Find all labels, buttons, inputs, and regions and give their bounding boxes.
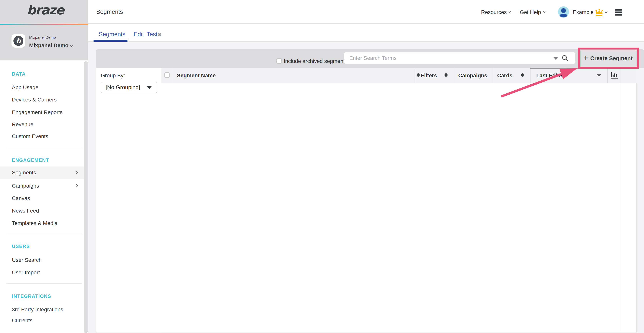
search-dropdown-caret-icon[interactable] bbox=[553, 57, 558, 60]
sidebar-item-user-import[interactable]: User Import bbox=[0, 266, 84, 279]
page-title: Segments bbox=[96, 9, 123, 15]
chevron-down-icon bbox=[605, 10, 608, 14]
sidebar-item-templates-media[interactable]: Templates & Media bbox=[0, 217, 84, 229]
column-segment-name[interactable]: Segment Name bbox=[172, 68, 415, 83]
workspace-switcher[interactable]: b Mixpanel Demo Mixpanel Demo bbox=[0, 25, 88, 61]
account-name[interactable]: Example bbox=[573, 9, 594, 15]
sidebar-item-devices-carriers[interactable]: Devices & Carriers bbox=[0, 94, 84, 106]
column-label: Filters bbox=[421, 73, 437, 79]
workspace-name: Mixpanel Demo bbox=[29, 42, 68, 49]
dropdown-caret-icon[interactable] bbox=[597, 74, 601, 77]
hamburger-menu-icon[interactable] bbox=[615, 9, 622, 17]
avatar[interactable] bbox=[558, 6, 569, 18]
get-help-menu[interactable]: Get Help bbox=[520, 9, 541, 15]
sidebar-item-app-usage[interactable]: App Usage bbox=[0, 81, 84, 94]
chevron-right-icon bbox=[75, 184, 78, 187]
crown-icon bbox=[595, 9, 603, 16]
bar-chart-icon[interactable] bbox=[611, 72, 618, 79]
sort-icon[interactable] bbox=[444, 73, 448, 77]
sidebar-item-revenue[interactable]: Revenue bbox=[0, 118, 84, 131]
search-icon[interactable] bbox=[562, 55, 568, 61]
column-divider bbox=[620, 83, 621, 332]
sidebar-item-canvas[interactable]: Canvas bbox=[0, 192, 84, 204]
sidebar-item-segments[interactable]: Segments bbox=[0, 167, 84, 179]
braze-logo[interactable]: braze bbox=[27, 3, 64, 18]
select-all-checkbox[interactable] bbox=[164, 72, 170, 78]
active-tab-underline bbox=[94, 40, 128, 42]
sidebar-divider bbox=[6, 148, 82, 148]
search-input[interactable] bbox=[344, 52, 548, 64]
header-empty-cell bbox=[620, 68, 636, 83]
group-by-label: Group By: bbox=[101, 73, 125, 79]
tab-edit-test[interactable]: Edit 'Test' bbox=[134, 31, 159, 38]
tab-bar: Segments Edit 'Test' ✖ bbox=[88, 24, 644, 42]
include-archived-label: Include archived segments bbox=[284, 58, 348, 64]
sidebar-item-3rd-party-integrations[interactable]: 3rd Party Integrations bbox=[0, 303, 84, 316]
logo-area: braze bbox=[0, 0, 88, 24]
sidebar-section-engagement: ENGAGEMENT bbox=[0, 157, 84, 163]
workspace-icon: b bbox=[12, 34, 25, 48]
resources-menu[interactable]: Resources bbox=[481, 9, 507, 15]
tab-segments[interactable]: Segments bbox=[99, 31, 126, 38]
group-by-value: [No Grouping] bbox=[106, 84, 140, 90]
sidebar-item-label: Segments bbox=[12, 170, 36, 176]
sidebar-divider bbox=[6, 234, 82, 234]
segments-table-body bbox=[162, 83, 636, 332]
sidebar-item-user-search[interactable]: User Search bbox=[0, 254, 84, 266]
column-label: Segment Name bbox=[177, 73, 216, 79]
sidebar-section-data: DATA bbox=[0, 71, 84, 77]
annotation-highlight-box bbox=[578, 48, 639, 69]
search-box bbox=[344, 52, 576, 64]
column-label: Campaigns bbox=[458, 73, 487, 79]
column-campaigns[interactable]: Campaigns bbox=[454, 68, 492, 83]
sidebar: braze b Mixpanel Demo Mixpanel Demo DATA… bbox=[0, 0, 88, 333]
annotation-arrow bbox=[491, 63, 583, 102]
header-checkbox-cell bbox=[162, 68, 172, 83]
chevron-right-icon bbox=[75, 171, 78, 174]
sidebar-section-integrations: INTEGRATIONS bbox=[0, 293, 84, 299]
group-by-dropdown[interactable]: [No Grouping] bbox=[100, 82, 157, 93]
sidebar-item-currents[interactable]: Currents bbox=[0, 314, 84, 327]
dropdown-caret-icon bbox=[147, 86, 152, 89]
chevron-down-icon bbox=[508, 10, 511, 13]
workspace-app-label: Mixpanel Demo bbox=[29, 35, 56, 40]
close-icon[interactable]: ✖ bbox=[157, 32, 162, 38]
group-by-panel: Group By: [No Grouping] bbox=[96, 68, 162, 332]
avatar-person-icon bbox=[560, 14, 568, 18]
sidebar-item-campaigns[interactable]: Campaigns bbox=[0, 180, 84, 192]
chevron-down-icon bbox=[543, 10, 546, 13]
sidebar-item-custom-events[interactable]: Custom Events bbox=[0, 130, 84, 143]
avatar-person-icon bbox=[561, 8, 566, 13]
braze-dashboard: braze b Mixpanel Demo Mixpanel Demo DATA… bbox=[0, 0, 644, 333]
sidebar-item-engagement-reports[interactable]: Engagement Reports bbox=[0, 106, 84, 119]
sidebar-item-label: Campaigns bbox=[12, 183, 39, 189]
sidebar-divider bbox=[6, 283, 82, 284]
sidebar-item-news-feed[interactable]: News Feed bbox=[0, 205, 84, 217]
chevron-down-icon bbox=[70, 43, 74, 47]
braze-b-icon: b bbox=[14, 36, 24, 46]
sidebar-scrollbar-thumb[interactable] bbox=[84, 61, 88, 333]
include-archived-checkbox[interactable] bbox=[276, 58, 282, 64]
sidebar-section-users: USERS bbox=[0, 243, 84, 249]
column-chart[interactable] bbox=[608, 68, 620, 83]
column-filters[interactable]: Filters bbox=[415, 68, 454, 83]
top-bar: Segments Resources Get Help Example bbox=[88, 0, 644, 24]
